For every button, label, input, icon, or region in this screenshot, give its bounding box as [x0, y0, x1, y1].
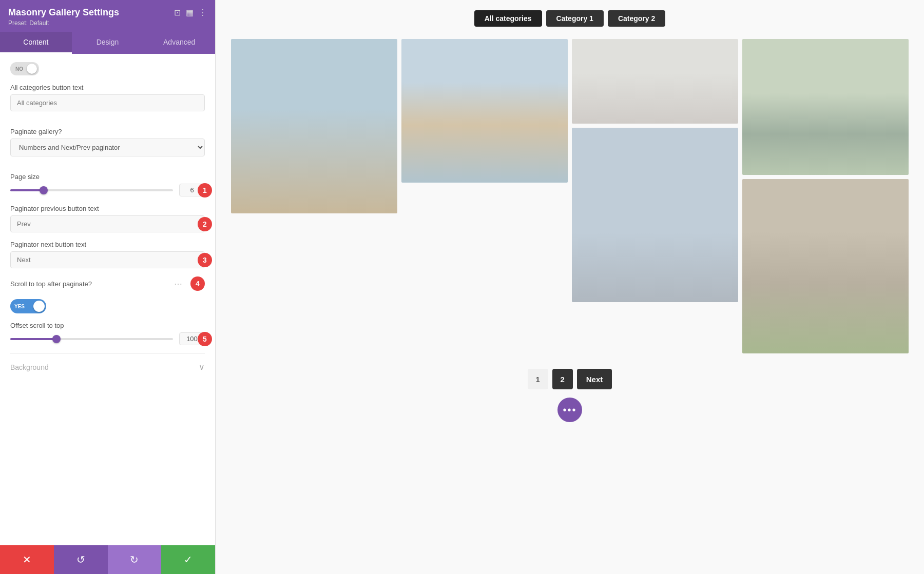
gallery-item-4	[742, 39, 909, 175]
filter-category-2[interactable]: Category 2	[608, 10, 665, 27]
next-page-button[interactable]: Next	[577, 369, 612, 389]
all-categories-label: All categories button text	[10, 84, 205, 91]
next-button-label: Paginator next button text	[10, 241, 205, 248]
all-categories-input[interactable]	[10, 94, 205, 111]
undo-button[interactable]: ↺	[54, 545, 108, 574]
gallery-item-2	[401, 39, 568, 183]
scroll-top-row: Scroll to top after paginate? ⋯ 4	[10, 276, 205, 291]
sidebar-content: NO All categories button text Paginate g…	[0, 54, 215, 545]
chevron-down-icon: ∨	[199, 362, 205, 372]
filter-all-categories[interactable]: All categories	[474, 10, 542, 27]
prev-button-input[interactable]	[10, 215, 205, 232]
prev-button-label: Paginator previous button text	[10, 205, 205, 212]
all-categories-field: All categories button text	[10, 84, 205, 120]
offset-scroll-thumb[interactable]	[52, 335, 61, 343]
resize-icon[interactable]: ⊡	[174, 8, 181, 17]
background-label: Background	[10, 363, 49, 371]
tab-design[interactable]: Design	[72, 32, 144, 54]
page-2-button[interactable]: 2	[552, 369, 573, 389]
next-button-field: Paginator next button text 3	[10, 241, 205, 268]
gallery-item-5	[572, 128, 738, 302]
next-button-badge: 3	[198, 253, 212, 267]
next-button-input[interactable]	[10, 251, 205, 268]
dots-icon: •••	[563, 404, 576, 416]
main-content: All categories Category 1 Category 2	[216, 0, 924, 574]
gallery-item-3	[572, 39, 738, 124]
filter-category-1[interactable]: Category 1	[546, 10, 604, 27]
expand-dots-button[interactable]: •••	[557, 398, 582, 422]
background-section[interactable]: Background ∨	[10, 353, 205, 372]
save-button[interactable]: ✓	[161, 545, 215, 574]
page-1-button[interactable]: 1	[528, 369, 548, 389]
tab-content[interactable]: Content	[0, 32, 72, 54]
yes-label: YES	[10, 304, 25, 309]
sidebar-title: Masonry Gallery Settings	[8, 7, 119, 18]
yes-knob	[33, 301, 45, 312]
gallery-col-2	[401, 39, 568, 353]
gallery-item-6	[742, 179, 909, 353]
toggle-no-row: NO	[10, 62, 205, 75]
pagination: 1 2 Next	[231, 369, 909, 389]
page-size-fill	[10, 189, 43, 191]
yes-toggle-container: YES	[10, 299, 205, 313]
scroll-top-label: Scroll to top after paginate?	[10, 280, 92, 288]
page-size-field: Page size 6 1	[10, 173, 205, 196]
gallery-grid	[231, 39, 909, 353]
paginate-field: Paginate gallery? Numbers and Next/Prev …	[10, 128, 205, 165]
paginate-label: Paginate gallery?	[10, 128, 205, 135]
scroll-top-badge: 4	[190, 276, 205, 291]
page-size-thumb[interactable]	[40, 186, 48, 194]
yes-toggle[interactable]: YES	[10, 299, 46, 313]
offset-scroll-badge: 5	[198, 332, 212, 346]
page-size-track	[10, 189, 173, 191]
gallery-item-1	[231, 39, 397, 213]
toggle-no-switch[interactable]: NO	[10, 62, 39, 75]
cancel-button[interactable]: ✕	[0, 545, 54, 574]
prev-button-field: Paginator previous button text 2	[10, 205, 205, 232]
sidebar: Masonry Gallery Settings ⊡ ▦ ⋮ Preset: D…	[0, 0, 216, 574]
more-icon[interactable]: ⋮	[199, 8, 207, 17]
sidebar-preset: Preset: Default	[8, 19, 207, 27]
offset-scroll-label: Offset scroll to top	[10, 322, 205, 329]
scroll-top-options-icon[interactable]: ⋯	[174, 279, 182, 289]
offset-scroll-fill	[10, 338, 56, 340]
redo-button[interactable]: ↻	[108, 545, 162, 574]
sidebar-tabs: Content Design Advanced	[0, 32, 215, 54]
tab-advanced[interactable]: Advanced	[143, 32, 215, 54]
sidebar-header: Masonry Gallery Settings ⊡ ▦ ⋮ Preset: D…	[0, 0, 215, 32]
gallery-col-4	[742, 39, 909, 353]
sidebar-header-icons: ⊡ ▦ ⋮	[174, 8, 207, 17]
page-size-label: Page size	[10, 173, 205, 181]
offset-scroll-field: Offset scroll to top 100 5	[10, 322, 205, 345]
prev-button-badge: 2	[198, 217, 212, 231]
layout-icon[interactable]: ▦	[186, 8, 194, 17]
toggle-no-label: NO	[15, 66, 23, 72]
paginate-select[interactable]: Numbers and Next/Prev paginator	[10, 138, 205, 156]
toggle-knob	[27, 64, 37, 74]
gallery-col-1	[231, 39, 397, 353]
filter-bar: All categories Category 1 Category 2	[231, 10, 909, 27]
offset-scroll-track	[10, 338, 173, 340]
sidebar-bottom: ✕ ↺ ↻ ✓	[0, 545, 215, 574]
gallery-col-3	[572, 39, 738, 353]
page-size-badge: 1	[198, 183, 212, 197]
